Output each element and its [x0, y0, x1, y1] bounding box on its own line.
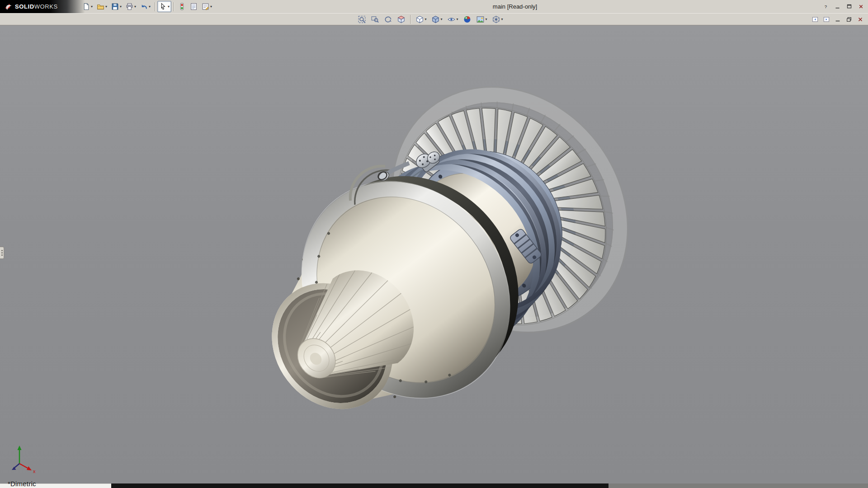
undo-button[interactable]: ▾ [138, 1, 152, 12]
previous-view-icon [384, 15, 392, 23]
section-view-button[interactable] [395, 14, 407, 25]
brand-text: SOLIDWORKS [15, 3, 58, 10]
restore-icon [846, 16, 852, 23]
select-button[interactable]: ▾ [157, 1, 171, 12]
dropdown-arrow-icon[interactable]: ▾ [91, 5, 93, 9]
new-document-button[interactable]: ▾ [80, 1, 94, 12]
appearance-icon [463, 15, 472, 23]
zoom-area-icon [371, 15, 379, 23]
options-button[interactable]: ▾ [200, 1, 214, 12]
previous-view-button[interactable] [382, 14, 394, 25]
title-bar: SOLIDWORKS ▾▾▾▾▾▾▾ main [Read-only] ? [0, 0, 868, 13]
open-folder-icon [97, 3, 104, 10]
close-icon [857, 16, 863, 23]
hide-show-items-button[interactable]: ▾ [445, 14, 460, 25]
hide-show-icon [447, 15, 455, 23]
file-properties-button[interactable] [188, 1, 199, 12]
help-icon: ? [823, 4, 829, 9]
doc-next-icon [823, 16, 830, 23]
close-icon [858, 4, 864, 9]
help-button[interactable]: ? [821, 2, 830, 11]
dropdown-arrow-icon[interactable]: ▾ [456, 18, 458, 21]
print-icon [126, 3, 133, 10]
scene-icon [476, 15, 485, 23]
toolbar-separator [155, 2, 155, 11]
undo-icon [140, 3, 148, 10]
heads-up-view-toolbar: ▾▾▾▾▾ [356, 13, 505, 25]
print-button[interactable]: ▾ [124, 1, 138, 12]
display-style-button[interactable]: ▾ [429, 14, 444, 25]
doc-prev-icon [812, 16, 818, 23]
dropdown-arrow-icon[interactable]: ▾ [120, 5, 122, 9]
zoom-fit-icon [358, 15, 366, 23]
view-settings-icon [492, 15, 500, 23]
document-title: main [Read-only] [493, 0, 537, 13]
3d-viewport[interactable]: x [0, 25, 868, 483]
rebuild-icon [178, 3, 186, 10]
document-window-controls [810, 13, 865, 25]
doc-close-button[interactable] [855, 15, 865, 23]
save-icon [111, 3, 119, 10]
solidworks-window: SOLIDWORKS ▾▾▾▾▾▾▾ main [Read-only] ? ▾▾… [0, 0, 868, 488]
minimize-button[interactable] [833, 2, 842, 11]
dropdown-arrow-icon[interactable]: ▾ [210, 5, 212, 9]
feature-pane-flyout-tab[interactable] [0, 247, 4, 259]
new-file-icon [82, 3, 90, 10]
dropdown-arrow-icon[interactable]: ▾ [501, 18, 503, 21]
solidworks-logo: SOLIDWORKS [0, 2, 80, 11]
view-orientation-label: *Dimetric [8, 480, 36, 488]
dropdown-arrow-icon[interactable]: ▾ [149, 5, 151, 9]
maximize-icon [846, 4, 852, 9]
close-button[interactable] [856, 2, 866, 11]
view-settings-button[interactable]: ▾ [491, 14, 505, 25]
zoom-to-fit-button[interactable] [356, 14, 368, 25]
zoom-to-area-button[interactable] [369, 14, 381, 25]
maximize-button[interactable] [844, 2, 854, 11]
dropdown-arrow-icon[interactable]: ▾ [105, 5, 107, 9]
toolbar-separator [410, 15, 410, 24]
dropdown-arrow-icon[interactable]: ▾ [440, 18, 442, 21]
triad-x-label: x [33, 469, 36, 474]
triad-z-axis [14, 464, 19, 468]
orientation-triad: x [12, 446, 36, 474]
apply-scene-button[interactable]: ▾ [475, 14, 489, 25]
save-button[interactable]: ▾ [109, 1, 123, 12]
bottom-status-strip[interactable] [0, 483, 868, 488]
dropdown-arrow-icon[interactable]: ▾ [486, 18, 487, 21]
status-bar-right [609, 483, 868, 488]
doc-restore-button[interactable] [844, 15, 854, 23]
select-arrow-icon [159, 3, 167, 10]
svg-text:?: ? [825, 4, 827, 9]
properties-icon [190, 3, 198, 10]
triad-x-axis [19, 464, 28, 469]
taskbar-segment [111, 483, 609, 488]
view-cube-icon [415, 15, 424, 23]
display-style-icon [431, 15, 439, 23]
doc-minimize-button[interactable] [833, 15, 842, 23]
section-view-icon [397, 15, 405, 23]
window-controls: ? [821, 0, 866, 13]
dropdown-arrow-icon[interactable]: ▾ [168, 5, 170, 9]
dropdown-arrow-icon[interactable]: ▾ [425, 18, 426, 21]
standard-toolbar: ▾▾▾▾▾▾▾ [80, 0, 214, 13]
solidworks-logo-icon [4, 2, 13, 11]
rebuild-button[interactable] [176, 1, 188, 12]
minimize-icon [835, 4, 840, 9]
edit-appearance-button[interactable] [462, 14, 473, 25]
toolbar-separator [174, 2, 174, 11]
show-display-pane-button[interactable] [821, 15, 831, 23]
open-button[interactable]: ▾ [95, 1, 109, 12]
view-orientation-button[interactable]: ▾ [414, 14, 428, 25]
show-feature-pane-button[interactable] [810, 15, 820, 23]
minimize-icon [835, 16, 841, 23]
dropdown-arrow-icon[interactable]: ▾ [134, 5, 136, 9]
graphics-area[interactable]: x [0, 25, 868, 483]
options-icon [202, 3, 209, 10]
